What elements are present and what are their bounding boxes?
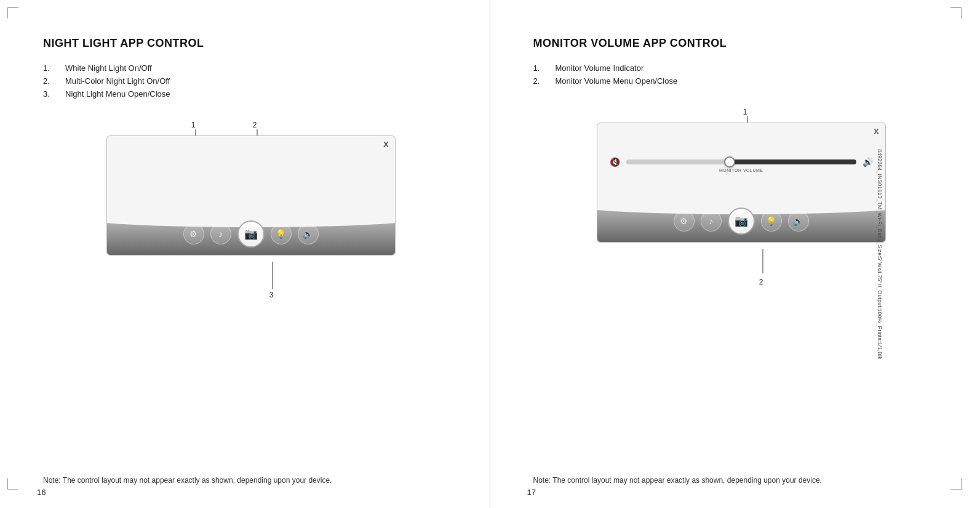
- x-close-left[interactable]: X: [383, 140, 389, 149]
- left-page: NIGHT LIGHT APP CONTROL 1. White Night L…: [0, 0, 490, 508]
- speaker-loud-icon: 🔊: [862, 157, 873, 167]
- left-page-num: 16: [37, 488, 46, 497]
- left-title: NIGHT LIGHT APP CONTROL: [43, 37, 453, 50]
- list-item-2: 2. Multi-Color Night Light On/Off: [43, 76, 453, 86]
- ann-num-2-left: 2: [253, 121, 257, 129]
- right-title: MONITOR VOLUME APP CONTROL: [533, 37, 944, 50]
- right-list: 1. Monitor Volume Indicator 2. Monitor V…: [533, 63, 944, 86]
- music-icon-right[interactable]: ♪: [701, 211, 722, 232]
- music-icon-left[interactable]: ♪: [210, 224, 231, 244]
- right-note: Note: The control layout may not appear …: [533, 476, 944, 485]
- right-wavy-area: ⚙ ♪ 📷 💡 🔈: [597, 205, 885, 242]
- camera-icon-left[interactable]: 📷: [237, 220, 265, 248]
- gear-icon-right[interactable]: ⚙: [674, 211, 695, 232]
- ann-num-3-left: 3: [269, 291, 274, 299]
- slider-thumb[interactable]: [724, 156, 735, 167]
- ann-num-2-right: 2: [759, 278, 763, 286]
- right-page-num: 17: [527, 488, 536, 497]
- slider-fill: [730, 159, 856, 164]
- ann-num-1-left: 1: [191, 121, 196, 129]
- left-device-diagram: 1 2 3 X White Light Multi-Color Light ⚙ …: [82, 117, 414, 308]
- left-device-icons: ⚙ ♪ 📷 💡 🔈: [183, 220, 319, 248]
- right-list-item-1: 1. Monitor Volume Indicator: [533, 63, 944, 73]
- left-wavy-area: ⚙ ♪ 📷 💡 🔈: [107, 218, 395, 255]
- right-device-icons: ⚙ ♪ 📷 💡 🔈: [674, 208, 809, 235]
- right-page: MONITOR VOLUME APP CONTROL 1. Monitor Vo…: [490, 0, 981, 508]
- monitor-vol-label: MONITOR VOLUME: [719, 168, 763, 172]
- left-list: 1. White Night Light On/Off 2. Multi-Col…: [43, 63, 453, 99]
- side-text: 8492264_INS01113_TM_Wi-Fi_Baby_Size:5"Wx…: [877, 149, 883, 360]
- ann-num-1-right: 1: [743, 108, 747, 116]
- volume-icon-right[interactable]: 🔈: [788, 211, 809, 232]
- light-icon-left[interactable]: 💡: [271, 224, 292, 244]
- gear-icon-left[interactable]: ⚙: [183, 224, 204, 244]
- camera-icon-right[interactable]: 📷: [728, 208, 755, 235]
- left-screen-frame: X White Light Multi-Color Light ⚙ ♪ 📷 💡 …: [106, 135, 396, 256]
- x-close-right[interactable]: X: [874, 127, 879, 136]
- list-item-3: 3. Night Light Menu Open/Close: [43, 89, 453, 99]
- left-note: Note: The control layout may not appear …: [43, 476, 453, 485]
- volume-icon-left[interactable]: 🔈: [298, 224, 319, 244]
- right-device-diagram: 1 2 X 🔇 MONITOR VOLU: [572, 104, 904, 295]
- list-item-1: 1. White Night Light On/Off: [43, 63, 453, 73]
- slider-track[interactable]: MONITOR VOLUME: [626, 159, 856, 164]
- volume-slider-area: 🔇 MONITOR VOLUME 🔊: [610, 157, 873, 167]
- right-list-item-2: 2. Monitor Volume Menu Open/Close: [533, 76, 944, 86]
- speaker-mute-icon: 🔇: [610, 157, 620, 167]
- right-screen-frame: X 🔇 MONITOR VOLUME 🔊: [597, 123, 886, 243]
- light-icon-right[interactable]: 💡: [761, 211, 782, 232]
